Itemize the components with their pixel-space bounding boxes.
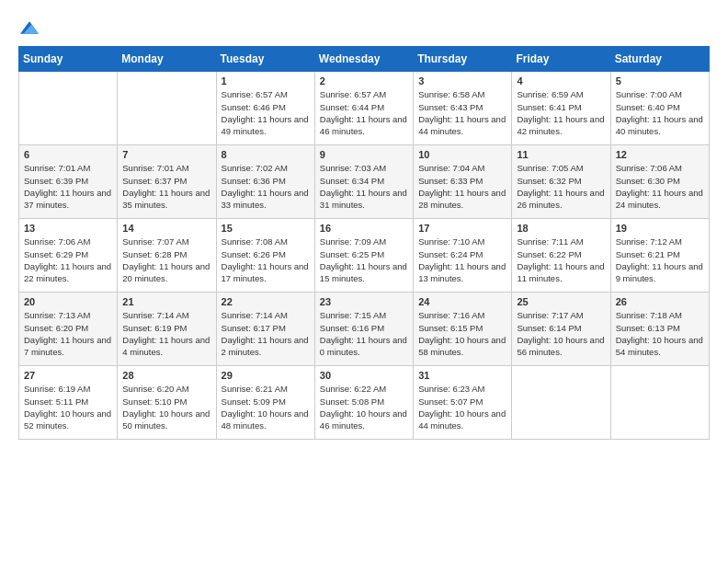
day-info: Sunrise: 7:03 AM Sunset: 6:34 PM Dayligh… (320, 162, 408, 211)
calendar-cell (610, 366, 709, 440)
day-number: 22 (222, 296, 310, 307)
calendar-cell (512, 366, 610, 440)
day-number: 13 (24, 223, 112, 234)
day-number: 15 (222, 223, 310, 234)
calendar-cell: 12Sunrise: 7:06 AM Sunset: 6:30 PM Dayli… (610, 145, 709, 219)
day-number: 26 (616, 296, 704, 307)
calendar-cell: 1Sunrise: 6:57 AM Sunset: 6:46 PM Daylig… (216, 72, 314, 145)
day-info: Sunrise: 7:06 AM Sunset: 6:29 PM Dayligh… (24, 236, 112, 284)
day-number: 20 (24, 296, 112, 307)
day-number: 31 (418, 370, 506, 381)
day-number: 30 (320, 370, 408, 381)
day-info: Sunrise: 7:14 AM Sunset: 6:19 PM Dayligh… (122, 309, 210, 358)
day-info: Sunrise: 6:57 AM Sunset: 6:44 PM Dayligh… (320, 88, 408, 137)
calendar-cell: 7Sunrise: 7:01 AM Sunset: 6:37 PM Daylig… (118, 145, 216, 219)
week-row-2: 6Sunrise: 7:01 AM Sunset: 6:39 PM Daylig… (19, 145, 710, 219)
page-header (18, 18, 710, 37)
day-number: 4 (517, 75, 605, 86)
day-info: Sunrise: 7:08 AM Sunset: 6:26 PM Dayligh… (222, 236, 310, 284)
day-info: Sunrise: 6:57 AM Sunset: 6:46 PM Dayligh… (222, 88, 310, 137)
day-info: Sunrise: 7:09 AM Sunset: 6:25 PM Dayligh… (320, 236, 408, 284)
calendar-cell: 4Sunrise: 6:59 AM Sunset: 6:41 PM Daylig… (512, 72, 610, 145)
week-row-5: 27Sunrise: 6:19 AM Sunset: 5:11 PM Dayli… (19, 366, 710, 440)
day-info: Sunrise: 7:05 AM Sunset: 6:32 PM Dayligh… (517, 162, 605, 211)
day-number: 10 (418, 149, 506, 160)
day-info: Sunrise: 7:18 AM Sunset: 6:13 PM Dayligh… (616, 309, 704, 358)
day-number: 8 (222, 149, 310, 160)
day-number: 25 (517, 296, 605, 307)
day-info: Sunrise: 7:14 AM Sunset: 6:17 PM Dayligh… (222, 309, 310, 358)
calendar-cell: 22Sunrise: 7:14 AM Sunset: 6:17 PM Dayli… (216, 293, 314, 366)
day-info: Sunrise: 7:01 AM Sunset: 6:37 PM Dayligh… (122, 162, 210, 211)
calendar-cell: 18Sunrise: 7:11 AM Sunset: 6:22 PM Dayli… (512, 219, 610, 293)
weekday-header-monday: Monday (118, 47, 216, 72)
calendar-table: SundayMondayTuesdayWednesdayThursdayFrid… (18, 46, 710, 440)
day-number: 19 (616, 223, 704, 234)
day-number: 3 (418, 75, 506, 86)
day-info: Sunrise: 6:22 AM Sunset: 5:08 PM Dayligh… (320, 383, 408, 431)
calendar-cell: 25Sunrise: 7:17 AM Sunset: 6:14 PM Dayli… (512, 293, 610, 366)
weekday-header-tuesday: Tuesday (216, 47, 314, 72)
week-row-1: 1Sunrise: 6:57 AM Sunset: 6:46 PM Daylig… (19, 72, 710, 145)
day-info: Sunrise: 7:16 AM Sunset: 6:15 PM Dayligh… (418, 309, 506, 358)
weekday-header-wednesday: Wednesday (314, 47, 413, 72)
day-number: 29 (222, 370, 310, 381)
calendar-cell: 11Sunrise: 7:05 AM Sunset: 6:32 PM Dayli… (512, 145, 610, 219)
calendar-cell: 30Sunrise: 6:22 AM Sunset: 5:08 PM Dayli… (314, 366, 413, 440)
day-number: 6 (24, 149, 112, 160)
calendar-cell: 10Sunrise: 7:04 AM Sunset: 6:33 PM Dayli… (414, 145, 512, 219)
day-info: Sunrise: 7:17 AM Sunset: 6:14 PM Dayligh… (517, 309, 605, 358)
calendar-cell: 19Sunrise: 7:12 AM Sunset: 6:21 PM Dayli… (610, 219, 709, 293)
logo-blue (18, 18, 39, 37)
day-number: 12 (616, 149, 704, 160)
day-info: Sunrise: 7:07 AM Sunset: 6:28 PM Dayligh… (122, 236, 210, 284)
weekday-header-sunday: Sunday (19, 47, 118, 72)
calendar-cell: 6Sunrise: 7:01 AM Sunset: 6:39 PM Daylig… (19, 145, 118, 219)
week-row-4: 20Sunrise: 7:13 AM Sunset: 6:20 PM Dayli… (19, 293, 710, 366)
day-info: Sunrise: 6:23 AM Sunset: 5:07 PM Dayligh… (418, 383, 506, 431)
weekday-header-thursday: Thursday (414, 47, 512, 72)
calendar-cell: 26Sunrise: 7:18 AM Sunset: 6:13 PM Dayli… (610, 293, 709, 366)
day-info: Sunrise: 6:59 AM Sunset: 6:41 PM Dayligh… (517, 88, 605, 137)
weekday-header-saturday: Saturday (610, 47, 709, 72)
day-info: Sunrise: 6:19 AM Sunset: 5:11 PM Dayligh… (24, 383, 112, 431)
day-number: 28 (122, 370, 210, 381)
day-number: 11 (517, 149, 605, 160)
day-info: Sunrise: 7:01 AM Sunset: 6:39 PM Dayligh… (24, 162, 112, 211)
calendar-cell: 29Sunrise: 6:21 AM Sunset: 5:09 PM Dayli… (216, 366, 314, 440)
calendar-cell: 8Sunrise: 7:02 AM Sunset: 6:36 PM Daylig… (216, 145, 314, 219)
day-number: 23 (320, 296, 408, 307)
day-info: Sunrise: 7:12 AM Sunset: 6:21 PM Dayligh… (616, 236, 704, 284)
day-number: 17 (418, 223, 506, 234)
day-info: Sunrise: 7:10 AM Sunset: 6:24 PM Dayligh… (418, 236, 506, 284)
calendar-cell: 2Sunrise: 6:57 AM Sunset: 6:44 PM Daylig… (314, 72, 413, 145)
weekday-header-friday: Friday (512, 47, 610, 72)
day-number: 2 (320, 75, 408, 86)
calendar-cell: 24Sunrise: 7:16 AM Sunset: 6:15 PM Dayli… (414, 293, 512, 366)
day-info: Sunrise: 7:11 AM Sunset: 6:22 PM Dayligh… (517, 236, 605, 284)
calendar-cell: 9Sunrise: 7:03 AM Sunset: 6:34 PM Daylig… (314, 145, 413, 219)
day-info: Sunrise: 6:21 AM Sunset: 5:09 PM Dayligh… (222, 383, 310, 431)
calendar-cell: 28Sunrise: 6:20 AM Sunset: 5:10 PM Dayli… (118, 366, 216, 440)
day-number: 24 (418, 296, 506, 307)
calendar-cell (118, 72, 216, 145)
calendar-cell: 15Sunrise: 7:08 AM Sunset: 6:26 PM Dayli… (216, 219, 314, 293)
calendar-cell: 27Sunrise: 6:19 AM Sunset: 5:11 PM Dayli… (19, 366, 118, 440)
day-number: 9 (320, 149, 408, 160)
day-info: Sunrise: 7:06 AM Sunset: 6:30 PM Dayligh… (616, 162, 704, 211)
calendar-cell (19, 72, 118, 145)
day-info: Sunrise: 7:13 AM Sunset: 6:20 PM Dayligh… (24, 309, 112, 358)
calendar-cell: 5Sunrise: 7:00 AM Sunset: 6:40 PM Daylig… (610, 72, 709, 145)
day-number: 27 (24, 370, 112, 381)
day-number: 7 (122, 149, 210, 160)
day-number: 18 (517, 223, 605, 234)
weekday-header-row: SundayMondayTuesdayWednesdayThursdayFrid… (19, 47, 710, 72)
day-number: 5 (616, 75, 704, 86)
day-number: 1 (222, 75, 310, 86)
day-info: Sunrise: 6:58 AM Sunset: 6:43 PM Dayligh… (418, 88, 506, 137)
calendar-cell: 13Sunrise: 7:06 AM Sunset: 6:29 PM Dayli… (19, 219, 118, 293)
calendar-cell: 23Sunrise: 7:15 AM Sunset: 6:16 PM Dayli… (314, 293, 413, 366)
calendar-cell: 3Sunrise: 6:58 AM Sunset: 6:43 PM Daylig… (414, 72, 512, 145)
day-info: Sunrise: 6:20 AM Sunset: 5:10 PM Dayligh… (122, 383, 210, 431)
calendar-cell: 16Sunrise: 7:09 AM Sunset: 6:25 PM Dayli… (314, 219, 413, 293)
